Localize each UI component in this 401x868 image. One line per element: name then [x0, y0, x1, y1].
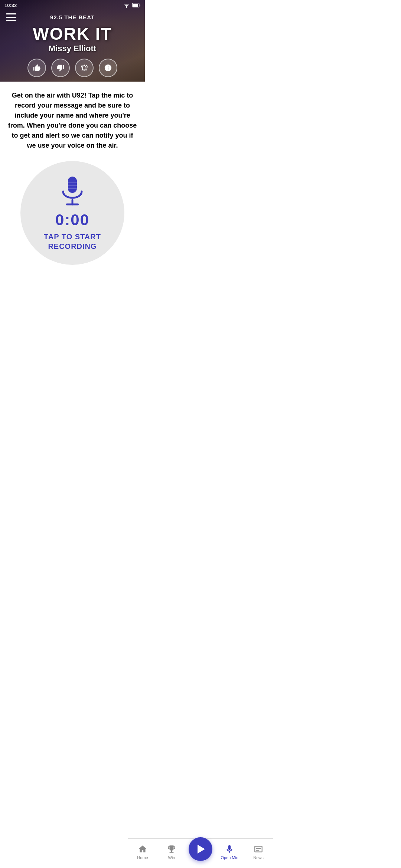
timer-display: 0:00: [55, 211, 89, 229]
tap-to-start-text: TAP TO START RECORDING: [44, 232, 101, 251]
mic-icon: [58, 175, 87, 208]
hero-content: WORK IT Missy Elliott: [22, 25, 123, 77]
main-content: Get on the air with U92! Tap the mic to …: [0, 82, 145, 284]
station-name: 92.5 THE BEAT: [16, 14, 128, 20]
thumbs-down-button[interactable]: [51, 59, 70, 77]
wifi-icon: [123, 3, 130, 8]
status-time: 10:32: [4, 3, 17, 8]
promo-text: Get on the air with U92! Tap the mic to …: [7, 91, 137, 151]
hero-section: 92.5 THE BEAT WORK IT Missy Elliott: [0, 0, 145, 82]
menu-button[interactable]: [6, 13, 16, 21]
action-buttons: [27, 59, 117, 77]
alert-bell-button[interactable]: [75, 59, 94, 77]
thumbs-up-button[interactable]: [27, 59, 46, 77]
svg-point-0: [126, 7, 127, 8]
header-row: 92.5 THE BEAT: [0, 10, 145, 24]
record-area: 0:00 TAP TO START RECORDING: [7, 161, 137, 265]
battery-icon: [132, 3, 140, 7]
artist-name: Missy Elliott: [27, 44, 117, 53]
svg-rect-2: [133, 4, 138, 7]
status-icons: [123, 3, 140, 8]
svg-rect-3: [68, 177, 77, 193]
record-button[interactable]: 0:00 TAP TO START RECORDING: [20, 161, 124, 265]
song-title: WORK IT: [27, 25, 117, 42]
info-button[interactable]: [99, 59, 117, 77]
status-bar: 10:32: [0, 0, 145, 10]
